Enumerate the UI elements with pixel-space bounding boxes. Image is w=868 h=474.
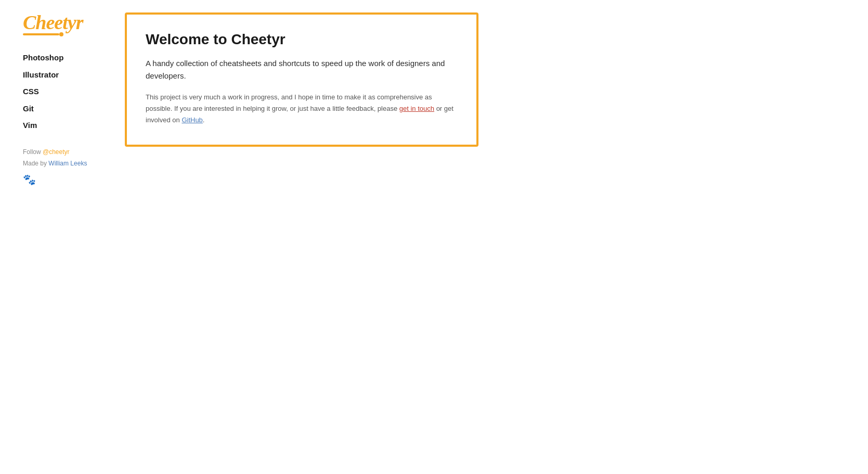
follow-link[interactable]: @cheetyr xyxy=(43,148,70,156)
sidebar-item-vim[interactable]: Vim xyxy=(23,118,104,134)
nav-list: Photoshop Illustrator CSS Git Vim xyxy=(23,50,104,134)
logo[interactable]: Cheetyr xyxy=(23,12,104,32)
sidebar-item-css[interactable]: CSS xyxy=(23,84,104,100)
description-suffix: . xyxy=(203,116,205,124)
sidebar: Cheetyr Photoshop Illustrator CSS Git Vi… xyxy=(0,0,114,474)
paw-icon: 🐾 xyxy=(23,173,104,186)
made-by-link[interactable]: William Leeks xyxy=(48,160,87,167)
logo-container: Cheetyr xyxy=(23,12,104,35)
sidebar-item-photoshop[interactable]: Photoshop xyxy=(23,50,104,66)
welcome-description: This project is very much a work in prog… xyxy=(146,92,456,126)
description-prefix: This project is very much a work in prog… xyxy=(146,93,432,112)
get-in-touch-link[interactable]: get in touch xyxy=(399,105,434,112)
footer-section: Follow @cheetyr Made by William Leeks 🐾 xyxy=(23,148,104,186)
main-content: Welcome to Cheetyr A handy collection of… xyxy=(114,0,868,474)
welcome-subtitle: A handy collection of cheatsheets and sh… xyxy=(146,57,456,82)
logo-underline xyxy=(23,33,59,35)
made-by-text: Made by William Leeks xyxy=(23,160,104,167)
github-link[interactable]: GitHub xyxy=(182,116,202,124)
sidebar-item-git[interactable]: Git xyxy=(23,101,104,117)
sidebar-item-illustrator[interactable]: Illustrator xyxy=(23,67,104,83)
welcome-card: Welcome to Cheetyr A handy collection of… xyxy=(125,12,478,147)
welcome-title: Welcome to Cheetyr xyxy=(146,31,456,48)
follow-text: Follow @cheetyr xyxy=(23,148,104,156)
